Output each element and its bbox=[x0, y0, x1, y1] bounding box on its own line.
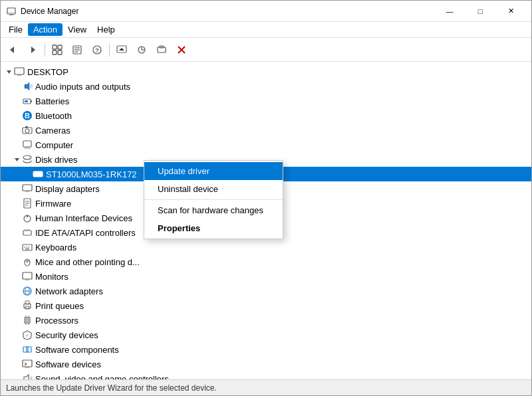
tree-expand-audio[interactable] bbox=[11, 81, 22, 92]
batteries-icon bbox=[22, 96, 33, 106]
tree-expand-batteries[interactable] bbox=[11, 96, 22, 106]
tree-label-ide: IDE ATA/ATAPI controllers bbox=[35, 228, 136, 238]
help-button[interactable]: ? bbox=[88, 41, 106, 59]
tree-expand-cameras[interactable] bbox=[11, 125, 22, 136]
tree-expand-keyboards[interactable] bbox=[11, 242, 22, 252]
tree-expand-monitors[interactable] bbox=[11, 271, 22, 282]
tree-item-print[interactable]: Print queues bbox=[1, 298, 531, 313]
tree-expand-bluetooth[interactable] bbox=[11, 110, 22, 121]
tree-expand-security[interactable] bbox=[11, 330, 22, 340]
tree-expand-sound[interactable] bbox=[11, 373, 22, 379]
svg-rect-85 bbox=[23, 360, 32, 367]
svg-rect-68 bbox=[23, 272, 32, 279]
ctx-item-update-driver[interactable]: Update driver bbox=[144, 162, 283, 180]
svg-marker-41 bbox=[15, 158, 19, 161]
firmware-icon bbox=[22, 198, 33, 209]
processors-icon bbox=[22, 315, 33, 326]
svg-rect-60 bbox=[23, 245, 32, 250]
show-hide-button[interactable] bbox=[48, 41, 66, 59]
st1000-icon bbox=[33, 169, 43, 179]
tree-item-network[interactable]: Network adapters bbox=[1, 284, 531, 298]
svg-rect-2 bbox=[8, 12, 15, 13]
tree-expand-hid[interactable] bbox=[11, 213, 22, 223]
tree-item-software-dev[interactable]: Software devices bbox=[1, 357, 531, 371]
tree-expand-mice[interactable] bbox=[11, 256, 22, 267]
tree-item-software-comp[interactable]: Software components bbox=[1, 342, 531, 357]
forward-button[interactable] bbox=[23, 41, 42, 59]
back-button[interactable] bbox=[3, 41, 22, 59]
tree-item-mice[interactable]: Mice and other pointing d... bbox=[1, 254, 531, 269]
close-button[interactable]: ✕ bbox=[495, 1, 526, 22]
device-manager-window: Device Manager — □ ✕ File Action View He… bbox=[0, 0, 532, 396]
properties-button[interactable] bbox=[68, 41, 86, 59]
tree-item-processors[interactable]: Processors bbox=[1, 313, 531, 328]
tree-expand-ide[interactable] bbox=[11, 227, 22, 238]
tree-item-monitors[interactable]: Monitors bbox=[1, 269, 531, 284]
ctx-item-properties[interactable]: Properties bbox=[144, 219, 283, 237]
svg-rect-7 bbox=[53, 50, 57, 54]
print-icon bbox=[22, 300, 33, 311]
tree-item-cameras[interactable]: Cameras bbox=[1, 123, 531, 138]
network-icon bbox=[22, 286, 33, 296]
svg-rect-48 bbox=[25, 191, 29, 192]
svg-marker-89 bbox=[24, 375, 29, 379]
tree-expand-display[interactable] bbox=[11, 183, 22, 194]
status-bar: Launches the Update Driver Wizard for th… bbox=[1, 379, 531, 395]
tree-expand-diskdrives[interactable] bbox=[11, 154, 22, 165]
tree-item-bluetooth[interactable]: BBluetooth bbox=[1, 108, 531, 123]
maximize-button[interactable]: □ bbox=[465, 1, 495, 22]
tree-label-display: Display adapters bbox=[35, 184, 100, 194]
tree-label-print: Print queues bbox=[35, 301, 84, 311]
sound-icon: ))) bbox=[22, 373, 33, 379]
ctx-item-scan-hardware[interactable]: Scan for hardware changes bbox=[144, 201, 283, 219]
remove-button[interactable] bbox=[172, 41, 191, 59]
tree-expand-network[interactable] bbox=[11, 286, 22, 296]
tree-item-desktop[interactable]: DESKTOP bbox=[1, 64, 531, 79]
tree-label-security: Security devices bbox=[35, 330, 98, 340]
svg-rect-55 bbox=[27, 215, 28, 217]
menu-view[interactable]: View bbox=[63, 23, 92, 36]
scan-button[interactable] bbox=[132, 41, 151, 59]
add-legacy-button[interactable] bbox=[152, 41, 171, 59]
tree-item-keyboards[interactable]: Keyboards bbox=[1, 240, 531, 254]
tree-item-computer[interactable]: Computer bbox=[1, 138, 531, 152]
svg-rect-5 bbox=[53, 45, 57, 49]
tree-item-batteries[interactable]: Batteries bbox=[1, 94, 531, 108]
diskdrives-icon bbox=[22, 154, 33, 165]
svg-rect-84 bbox=[27, 347, 31, 352]
tree-item-security[interactable]: ✓Security devices bbox=[1, 328, 531, 342]
svg-rect-47 bbox=[23, 185, 32, 191]
svg-rect-77 bbox=[26, 319, 29, 322]
svg-rect-25 bbox=[15, 68, 24, 74]
svg-rect-38 bbox=[23, 141, 31, 147]
tree-item-audio[interactable]: ))))Audio inputs and outputs bbox=[1, 79, 531, 94]
svg-rect-37 bbox=[25, 126, 28, 128]
tree-expand-processors[interactable] bbox=[11, 315, 22, 326]
tree-expand-computer[interactable] bbox=[11, 140, 22, 150]
tree-expand-software-dev[interactable] bbox=[11, 359, 22, 369]
ctx-item-uninstall-device[interactable]: Uninstall device bbox=[144, 180, 283, 198]
keyboards-icon bbox=[22, 242, 33, 252]
tree-expand-firmware[interactable] bbox=[11, 198, 22, 209]
hid-icon bbox=[22, 213, 33, 223]
monitors-icon bbox=[22, 271, 33, 282]
tree-label-software-comp: Software components bbox=[35, 345, 119, 355]
ctx-separator bbox=[144, 199, 283, 200]
update-driver-button[interactable] bbox=[112, 41, 131, 59]
desktop-icon bbox=[14, 66, 25, 77]
tree-expand-desktop[interactable] bbox=[3, 66, 14, 77]
menu-help[interactable]: Help bbox=[92, 23, 120, 36]
menu-file[interactable]: File bbox=[3, 23, 28, 36]
svg-rect-32 bbox=[25, 100, 28, 102]
display-icon bbox=[22, 183, 33, 194]
minimize-button[interactable]: — bbox=[434, 1, 465, 22]
menu-action[interactable]: Action bbox=[28, 23, 63, 36]
tree-label-mice: Mice and other pointing d... bbox=[35, 257, 140, 267]
svg-text:✓: ✓ bbox=[25, 333, 29, 338]
tree-expand-software-comp[interactable] bbox=[11, 344, 22, 355]
tree-item-sound[interactable]: )))Sound, video and game controllers bbox=[1, 371, 531, 379]
bluetooth-icon: B bbox=[22, 110, 33, 121]
tree-expand-st1000[interactable] bbox=[22, 169, 33, 179]
tree-expand-print[interactable] bbox=[11, 300, 22, 311]
ide-icon bbox=[22, 227, 33, 238]
